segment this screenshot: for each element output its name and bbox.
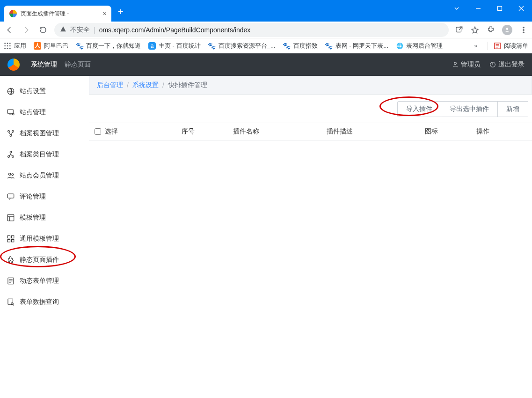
- users-icon: [7, 171, 15, 180]
- sidebar-item-label: 站点设置: [20, 87, 46, 96]
- sidebar-item-site-manage[interactable]: 站点管理: [0, 102, 89, 123]
- sidebar-item-common-templates[interactable]: 通用模板管理: [0, 228, 89, 249]
- maximize-icon[interactable]: [489, 0, 510, 17]
- th-select-label: 选择: [105, 127, 118, 136]
- minimize-icon[interactable]: [467, 0, 489, 17]
- th-seq: 序号: [178, 127, 229, 136]
- bookmark-item[interactable]: 🌐表网后台管理: [396, 42, 443, 50]
- browser-toolbar: 不安全 | oms.xqerp.com/Admin/PageBuildCompo…: [0, 22, 532, 38]
- header-admin[interactable]: 管理员: [452, 60, 481, 69]
- bookmark-label: 表网后台管理: [406, 42, 443, 50]
- sidebar-item-site-settings[interactable]: 站点设置: [0, 81, 89, 102]
- new-button[interactable]: 新增: [498, 101, 528, 117]
- svg-point-11: [9, 45, 11, 46]
- bookmarks-bar: 应用 人阿里巴巴 🐾百度一下，你就知道 a主页 - 百度统计 🐾百度搜索资源平台…: [0, 38, 532, 53]
- svg-rect-32: [12, 236, 14, 238]
- th-select: 选择: [91, 127, 122, 136]
- breadcrumb-sep: /: [162, 81, 164, 89]
- forward-button[interactable]: [21, 24, 32, 36]
- chat-icon: [7, 192, 15, 201]
- window-controls: [446, 0, 532, 17]
- breadcrumb-link[interactable]: 后台管理: [97, 81, 123, 89]
- bookmark-label: 应用: [14, 42, 26, 50]
- bookmark-apps[interactable]: 应用: [4, 42, 26, 50]
- bookmark-item[interactable]: a主页 - 百度统计: [148, 42, 201, 50]
- svg-rect-31: [7, 236, 10, 238]
- th-name: 插件名称: [229, 127, 323, 136]
- reading-list-icon: [494, 42, 501, 50]
- breadcrumb-link[interactable]: 系统设置: [132, 81, 159, 89]
- reading-list-button[interactable]: 阅读清单: [488, 42, 528, 50]
- th-icon: 图标: [421, 127, 473, 136]
- sidebar-item-static-plugins[interactable]: 静态页面插件: [0, 249, 89, 270]
- insecure-icon: [60, 26, 66, 34]
- bookmark-label: 阿里巴巴: [44, 42, 68, 50]
- svg-point-10: [7, 45, 8, 46]
- breadcrumb-sep: /: [127, 81, 129, 89]
- tab-close-icon[interactable]: ×: [103, 10, 107, 17]
- svg-point-4: [523, 29, 524, 30]
- header-menu-system[interactable]: 系统管理: [31, 60, 57, 69]
- sidebar-item-form-data-query[interactable]: 表单数据查询: [0, 291, 89, 312]
- th-desc: 插件描述: [323, 127, 421, 136]
- star-icon[interactable]: [470, 25, 480, 35]
- svg-point-2: [506, 28, 509, 30]
- bookmark-item[interactable]: 🐾百度一下，你就知道: [76, 42, 141, 50]
- close-window-icon[interactable]: [510, 0, 532, 17]
- svg-point-16: [454, 62, 457, 65]
- sidebar-item-site-members[interactable]: 站点会员管理: [0, 165, 89, 186]
- sidebar-item-label: 表单数据查询: [20, 298, 59, 306]
- new-tab-button[interactable]: +: [118, 7, 124, 17]
- extensions-icon[interactable]: [486, 25, 496, 35]
- svg-rect-33: [7, 239, 10, 242]
- bookmark-icon: 🐾: [283, 42, 291, 50]
- address-bar[interactable]: 不安全 | oms.xqerp.com/Admin/PageBuildCompo…: [54, 23, 449, 37]
- import-plugin-button[interactable]: 导入插件: [397, 101, 441, 117]
- bookmark-item[interactable]: 人阿里巴巴: [34, 42, 68, 50]
- profile-avatar[interactable]: [502, 25, 512, 35]
- app-logo[interactable]: [7, 59, 20, 71]
- header-menu-static[interactable]: 静态页面: [65, 60, 91, 69]
- sidebar-item-label: 档案视图管理: [20, 129, 59, 138]
- apps-icon: [4, 42, 11, 50]
- bookmarks-overflow[interactable]: »: [471, 43, 480, 49]
- sidebar-item-label: 模板管理: [20, 214, 46, 222]
- header-admin-label: 管理员: [461, 60, 481, 69]
- chevron-down-icon[interactable]: [446, 0, 467, 17]
- svg-point-8: [9, 43, 11, 44]
- form-icon: [7, 277, 15, 285]
- share-icon[interactable]: [454, 25, 464, 35]
- svg-point-28: [12, 173, 14, 175]
- sidebar-item-label: 站点管理: [20, 108, 46, 117]
- browser-tab[interactable]: 页面生成插件管理 - ×: [4, 6, 111, 22]
- insecure-label: 不安全: [70, 26, 90, 34]
- bookmark-icon: 🐾: [208, 42, 216, 50]
- sidebar-item-archive-view[interactable]: 档案视图管理: [0, 123, 89, 144]
- bookmark-item[interactable]: 🐾百度指数: [283, 42, 318, 50]
- sidebar-item-templates[interactable]: 模板管理: [0, 207, 89, 228]
- header-logout[interactable]: 退出登录: [489, 60, 525, 69]
- bookmark-label: 表网 - 网罗天下表...: [335, 42, 388, 50]
- breadcrumb-current: 快排插件管理: [168, 81, 207, 89]
- menu-icon[interactable]: [519, 25, 528, 35]
- power-icon: [489, 61, 496, 68]
- export-selected-button[interactable]: 导出选中插件: [441, 101, 498, 117]
- svg-rect-30: [7, 214, 14, 221]
- reading-list-label: 阅读清单: [504, 42, 528, 50]
- sidebar-item-dynamic-forms[interactable]: 动态表单管理: [0, 270, 89, 291]
- select-all-checkbox[interactable]: [95, 128, 101, 135]
- sidebar-item-label: 评论管理: [20, 192, 46, 201]
- back-button[interactable]: [4, 24, 15, 36]
- bookmark-item[interactable]: 🐾百度搜索资源平台_...: [208, 42, 276, 50]
- svg-rect-19: [7, 110, 13, 113]
- bookmark-item[interactable]: 🐾表网 - 网罗天下表...: [325, 42, 388, 50]
- header-logout-label: 退出登录: [498, 60, 525, 69]
- sidebar-item-archive-category[interactable]: 档案类目管理: [0, 144, 89, 165]
- toolbar-right: [454, 25, 528, 35]
- bookmark-label: 百度一下，你就知道: [86, 42, 141, 50]
- reload-button[interactable]: [37, 24, 49, 36]
- sidebar-item-comments[interactable]: 评论管理: [0, 186, 89, 207]
- sidebar-item-label: 档案类目管理: [20, 150, 59, 159]
- nodes-icon: [7, 129, 15, 138]
- tree-icon: [7, 150, 15, 159]
